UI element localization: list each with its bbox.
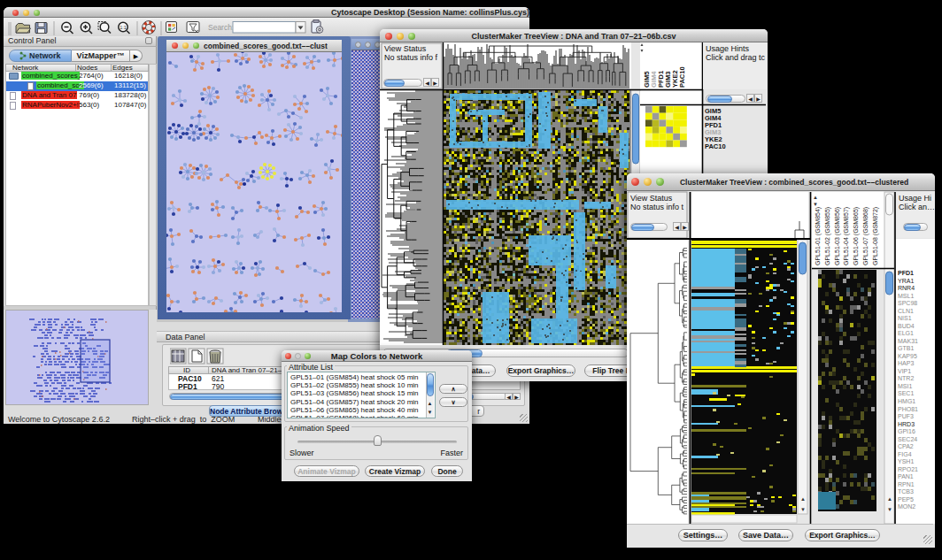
svg-text:GPL51-04 (GSM857): GPL51-04 (GSM857) xyxy=(843,207,850,265)
svg-text:GPI16: GPI16 xyxy=(898,428,915,434)
svg-text:Click an…: Click an… xyxy=(899,203,935,211)
svg-text:GPL51-06 (GSM865): GPL51-06 (GSM865) xyxy=(853,207,860,265)
svg-text:▼: ▼ xyxy=(813,202,818,207)
svg-text:CLN1: CLN1 xyxy=(898,308,914,314)
svg-text:▼: ▼ xyxy=(800,507,806,512)
svg-text:GPL51-07 (GSM868): GPL51-07 (GSM868) xyxy=(862,207,869,265)
svg-text:HRD3: HRD3 xyxy=(898,421,915,427)
svg-text:VIP1: VIP1 xyxy=(898,368,911,374)
svg-text:PFD1: PFD1 xyxy=(898,270,914,276)
svg-text:SPC98: SPC98 xyxy=(898,300,917,306)
svg-text:MAK31: MAK31 xyxy=(898,338,918,344)
svg-text:BUD4: BUD4 xyxy=(898,323,915,329)
svg-text:RNR4: RNR4 xyxy=(898,285,915,291)
svg-text:GPL51-03 (GSM856): GPL51-03 (GSM856) xyxy=(834,207,841,265)
svg-text:PHO81: PHO81 xyxy=(898,406,918,412)
svg-text:No status info f: No status info f xyxy=(384,53,438,62)
svg-text:PAC10: PAC10 xyxy=(678,66,686,88)
svg-text:YSH1: YSH1 xyxy=(898,458,914,464)
svg-text:GPL51-01 (GSM854): GPL51-01 (GSM854) xyxy=(815,207,822,265)
svg-text:▲: ▲ xyxy=(800,496,806,502)
svg-text:▲: ▲ xyxy=(887,496,892,502)
svg-text:CPA2: CPA2 xyxy=(898,443,914,449)
svg-text:Usage Hints: Usage Hints xyxy=(706,44,750,53)
svg-text:Search:: Search: xyxy=(208,23,234,32)
svg-text:NIS1: NIS1 xyxy=(898,315,912,321)
svg-text:SEC1: SEC1 xyxy=(898,390,914,396)
svg-text:Click and drag tc: Click and drag tc xyxy=(706,53,766,62)
svg-text:View Status: View Status xyxy=(630,194,673,203)
svg-text:GPL51-08 (GSM872): GPL51-08 (GSM872) xyxy=(872,207,879,265)
svg-text:ELG1: ELG1 xyxy=(898,330,914,336)
svg-text:MON2: MON2 xyxy=(898,503,915,510)
svg-text:PUF3: PUF3 xyxy=(898,413,914,419)
svg-text:GPL51-02 (GSM855): GPL51-02 (GSM855) xyxy=(824,207,831,265)
svg-text:HAP3: HAP3 xyxy=(898,360,914,366)
svg-text:PEP5: PEP5 xyxy=(898,496,914,502)
svg-text:GTB1: GTB1 xyxy=(898,345,914,351)
svg-text:FIG4: FIG4 xyxy=(898,451,912,457)
svg-text:View Status: View Status xyxy=(384,44,427,53)
svg-text:MSI1: MSI1 xyxy=(898,383,912,389)
svg-text:1:1: 1:1 xyxy=(120,25,127,30)
svg-text:▼: ▼ xyxy=(887,507,892,512)
svg-text:YRA1: YRA1 xyxy=(898,278,914,284)
svg-text:PAC10: PAC10 xyxy=(705,142,726,150)
svg-text:TCB3: TCB3 xyxy=(898,488,914,495)
svg-text:Usage Hi: Usage Hi xyxy=(899,194,931,203)
svg-text:RPO21: RPO21 xyxy=(898,466,918,472)
svg-text:NTR2: NTR2 xyxy=(898,375,914,381)
svg-text:PAN1: PAN1 xyxy=(898,473,914,479)
svg-text:HMG1: HMG1 xyxy=(898,398,915,404)
svg-text:MSL1: MSL1 xyxy=(898,293,914,299)
svg-text:RPN1: RPN1 xyxy=(898,481,915,487)
svg-text:SEC24: SEC24 xyxy=(898,436,917,442)
svg-text:KAP95: KAP95 xyxy=(898,353,917,359)
svg-text:No status info t: No status info t xyxy=(630,203,684,211)
svg-text:▲: ▲ xyxy=(813,195,818,200)
